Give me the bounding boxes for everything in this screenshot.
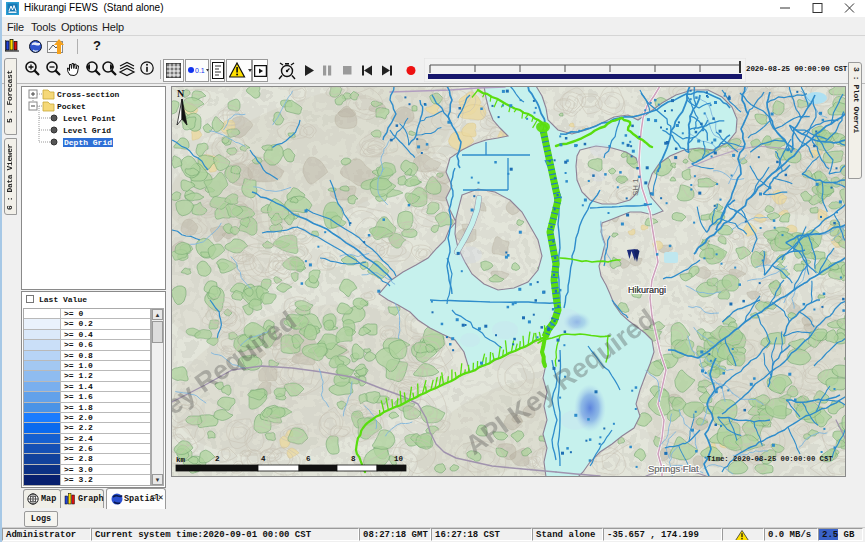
svg-text:4: 4 xyxy=(261,455,266,463)
svg-text:km: km xyxy=(176,456,186,464)
svg-text:SH 1: SH 1 xyxy=(631,178,640,196)
svg-text:0.1: 0.1 xyxy=(195,67,205,74)
svg-text:8: 8 xyxy=(351,455,356,463)
svg-text:Springs Flat: Springs Flat xyxy=(648,463,699,474)
svg-text:10: 10 xyxy=(394,455,404,463)
svg-text:Time: 2020-08-25 00:00:00 CST: Time: 2020-08-25 00:00:00 CST xyxy=(707,455,833,463)
svg-text:2: 2 xyxy=(215,455,220,463)
svg-text:N: N xyxy=(177,88,185,99)
svg-text:6: 6 xyxy=(306,455,311,463)
svg-text:Hikurangi: Hikurangi xyxy=(628,285,666,295)
